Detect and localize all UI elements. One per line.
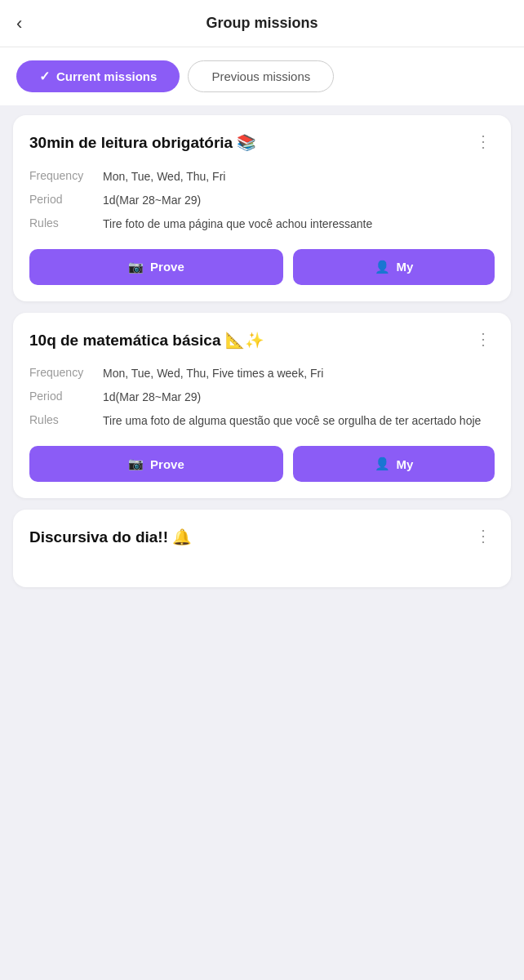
more-button-3[interactable]: ⋮ — [472, 528, 495, 544]
frequency-value-1: Mon, Tue, Wed, Thu, Fri — [103, 168, 495, 185]
camera-icon-1: 📷 — [128, 260, 144, 274]
card-header-3: Discursiva do dia!! 🔔 ⋮ — [29, 528, 495, 548]
card-actions-2: 📷 Prove 👤 My — [29, 446, 495, 482]
my-label-2: My — [397, 457, 414, 471]
check-icon: ✓ — [39, 69, 50, 84]
missions-list: 30min de leitura obrigatória 📚 ⋮ Frequen… — [0, 105, 524, 597]
rules-label-1: Rules — [29, 216, 103, 229]
tab-bar: ✓ Current missions Previous missions — [0, 47, 524, 105]
frequency-label-2: Frequency — [29, 365, 103, 379]
detail-row-period-1: Period 1d(Mar 28~Mar 29) — [29, 192, 495, 209]
prove-button-1[interactable]: 📷 Prove — [29, 249, 283, 285]
tab-current-label: Current missions — [56, 69, 157, 83]
frequency-label-1: Frequency — [29, 168, 103, 182]
mission-card-1: 30min de leitura obrigatória 📚 ⋮ Frequen… — [13, 115, 511, 301]
mission-title-1: 30min de leitura obrigatória 📚 — [29, 133, 472, 154]
my-button-1[interactable]: 👤 My — [293, 249, 495, 285]
detail-row-frequency-2: Frequency Mon, Tue, Wed, Thu, Five times… — [29, 365, 495, 382]
period-value-2: 1d(Mar 28~Mar 29) — [103, 389, 495, 406]
my-button-2[interactable]: 👤 My — [293, 446, 495, 482]
tab-current-missions[interactable]: ✓ Current missions — [16, 60, 180, 92]
person-icon-1: 👤 — [375, 260, 390, 274]
detail-row-frequency-1: Frequency Mon, Tue, Wed, Thu, Fri — [29, 168, 495, 185]
my-label-1: My — [397, 260, 414, 274]
tab-previous-missions[interactable]: Previous missions — [188, 60, 334, 92]
mission-card-2: 10q de matemática básica 📐✨ ⋮ Frequency … — [13, 313, 511, 499]
card-actions-1: 📷 Prove 👤 My — [29, 249, 495, 285]
more-button-2[interactable]: ⋮ — [472, 331, 495, 347]
prove-button-2[interactable]: 📷 Prove — [29, 446, 283, 482]
person-icon-2: 👤 — [375, 457, 390, 471]
mission-card-3: Discursiva do dia!! 🔔 ⋮ — [13, 510, 511, 587]
rules-value-2: Tire uma foto de alguma questão que você… — [103, 412, 495, 430]
mission-title-3: Discursiva do dia!! 🔔 — [29, 528, 472, 548]
rules-value-1: Tire foto de uma página que você achou i… — [103, 216, 495, 233]
card-header-2: 10q de matemática básica 📐✨ ⋮ — [29, 331, 495, 351]
period-label-2: Period — [29, 389, 103, 403]
mission-title-2: 10q de matemática básica 📐✨ — [29, 331, 472, 351]
detail-row-period-2: Period 1d(Mar 28~Mar 29) — [29, 389, 495, 406]
prove-label-1: Prove — [150, 260, 184, 274]
camera-icon-2: 📷 — [128, 457, 144, 471]
rules-label-2: Rules — [29, 412, 103, 426]
card-header-1: 30min de leitura obrigatória 📚 ⋮ — [29, 133, 495, 154]
frequency-value-2: Mon, Tue, Wed, Thu, Five times a week, F… — [103, 365, 495, 382]
header: ‹ Group missions — [0, 0, 524, 47]
period-value-1: 1d(Mar 28~Mar 29) — [103, 192, 495, 209]
detail-row-rules-2: Rules Tire uma foto de alguma questão qu… — [29, 412, 495, 430]
card-details-2: Frequency Mon, Tue, Wed, Thu, Five times… — [29, 365, 495, 430]
card-details-1: Frequency Mon, Tue, Wed, Thu, Fri Period… — [29, 168, 495, 233]
back-button[interactable]: ‹ — [16, 15, 22, 33]
page-title: Group missions — [206, 15, 318, 32]
more-button-1[interactable]: ⋮ — [472, 133, 495, 149]
period-label-1: Period — [29, 192, 103, 206]
prove-label-2: Prove — [150, 457, 184, 471]
detail-row-rules-1: Rules Tire foto de uma página que você a… — [29, 216, 495, 233]
